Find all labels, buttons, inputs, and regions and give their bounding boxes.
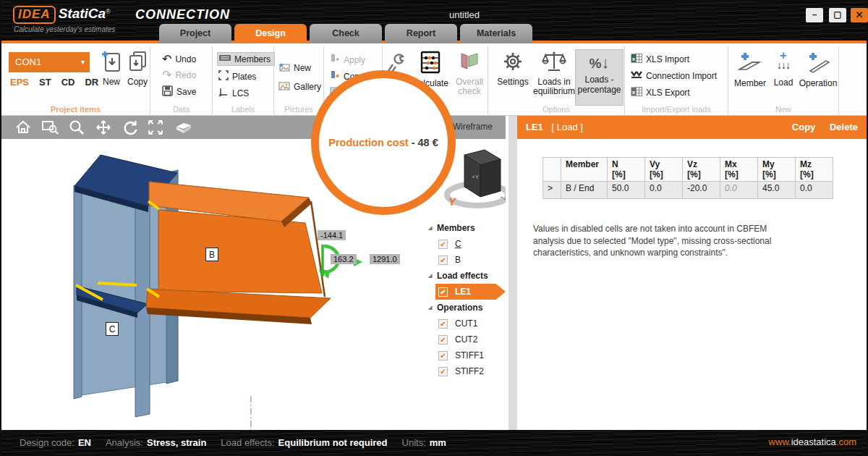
cell-mz[interactable]: 0.0 (796, 182, 833, 199)
expander-icon[interactable]: ◢ (427, 305, 437, 311)
settings-button[interactable]: Settings (494, 51, 532, 87)
maximize-button[interactable]: ▢ (829, 8, 846, 22)
new-load-button[interactable]: +↓↓↓ Load (769, 51, 798, 88)
mode-cd[interactable]: CD (61, 77, 75, 88)
group-label-labels: Labels (213, 105, 273, 114)
minimize-button[interactable]: – (806, 8, 823, 22)
new-member-button[interactable]: Member (731, 51, 769, 88)
pan-icon[interactable] (95, 119, 112, 135)
view-cube[interactable]: +Y Y (447, 150, 506, 208)
close-button[interactable]: ✕ (851, 8, 868, 22)
row-selector[interactable]: > (543, 182, 561, 199)
tab-design[interactable]: Design (234, 24, 307, 43)
tree-group-load-effects[interactable]: ◢ Load effects (427, 268, 506, 284)
xls-export-button[interactable]: x XLS Export (631, 87, 690, 98)
scales-icon (541, 64, 567, 75)
xls-import-icon: x (631, 54, 642, 65)
zoom-fit-icon[interactable] (146, 119, 163, 135)
tree-group-operations[interactable]: ◢ Operations (427, 300, 506, 316)
tab-check[interactable]: Check (310, 24, 382, 43)
wireframe-mode-label[interactable]: Wireframe (453, 122, 493, 132)
tree-item-stiff2[interactable]: ✔ STIFF2 (427, 363, 506, 379)
tree-item-b[interactable]: ✔ B (427, 252, 506, 268)
load-table-row: > B / End 50.0 0.0 -20.0 0.0 45.0 0.0 (543, 182, 833, 199)
load-value-vertical: -144.1 (318, 230, 346, 240)
checkbox-checked-icon[interactable]: ✔ (438, 240, 448, 249)
load-panel-header: LE1 [ Load ] Copy Delete (517, 116, 867, 139)
zoom-window-icon[interactable] (41, 119, 59, 135)
member-label-c[interactable]: C (106, 322, 119, 336)
labels-plates-toggle[interactable]: Plates (218, 70, 256, 83)
ribbon-group-project-items: CON1 ▾ EPS ST CD DR New Copy Pr (1, 46, 150, 116)
cell-my[interactable]: 45.0 (758, 182, 796, 199)
beam-web[interactable] (158, 210, 322, 293)
lcs-axes-icon (218, 87, 229, 99)
gallery-button[interactable]: Gallery (278, 81, 321, 93)
redo-button[interactable]: ↷Redo (162, 69, 196, 81)
expander-icon[interactable]: ◢ (427, 225, 437, 231)
picture-new-button[interactable]: New (278, 62, 311, 74)
tree-item-le1[interactable]: ✔ LE1 (427, 284, 506, 300)
status-units: Units:mm (402, 437, 446, 448)
labels-lcs-toggle[interactable]: LCS (218, 87, 249, 99)
zoom-icon[interactable] (68, 119, 85, 135)
header-member: Member (561, 158, 608, 182)
tab-materials[interactable]: Materials (460, 24, 532, 43)
apply-icon (330, 54, 340, 66)
panel-splitter[interactable] (509, 116, 517, 430)
tree-item-cut2[interactable]: ✔ CUT2 (427, 332, 506, 347)
checkbox-checked-icon[interactable]: ✔ (438, 351, 448, 360)
copy-load-button[interactable]: Copy (792, 122, 816, 132)
load-value-moment: 163.2 (331, 254, 357, 264)
group-label-options: Options (488, 105, 624, 114)
save-icon (162, 85, 173, 98)
cell-n[interactable]: 50.0 (608, 182, 645, 199)
cell-vz[interactable]: -20.0 (683, 182, 720, 199)
tree-item-c[interactable]: ✔ C (427, 236, 506, 252)
tab-project[interactable]: Project (159, 24, 231, 43)
apply-button[interactable]: Apply (330, 54, 365, 66)
connection-import-button[interactable]: Connection Import (631, 70, 717, 81)
load-effect-name: LE1 (526, 122, 543, 132)
project-item-select[interactable]: CON1 ▾ (9, 52, 90, 72)
tab-report[interactable]: Report (385, 24, 457, 43)
picture-new-icon (278, 62, 290, 74)
xls-import-button[interactable]: x XLS Import (631, 54, 689, 65)
app-name: CONNECTION (135, 7, 230, 22)
labels-members-toggle[interactable]: Members (217, 52, 275, 66)
main-tabs: Project Design Check Report Materials (159, 24, 532, 43)
ribbon-group-labels: Members Plates LCS Labels (213, 46, 274, 116)
undo-button[interactable]: ↶Undo (162, 54, 196, 65)
connection-import-icon (631, 70, 642, 81)
new-operation-button[interactable]: Operation (798, 51, 838, 88)
checkbox-checked-icon[interactable]: ✔ (438, 287, 448, 297)
checkbox-checked-icon[interactable]: ✔ (438, 319, 448, 329)
mode-eps[interactable]: EPS (10, 77, 29, 88)
load-value-axial: 1291.0 (370, 254, 400, 264)
home-view-icon[interactable] (14, 119, 32, 135)
production-cost-value: - 48 € (409, 137, 438, 148)
tree-item-cut1[interactable]: ✔ CUT1 (427, 316, 506, 332)
save-button[interactable]: Save (162, 85, 196, 98)
loads-in-equilibrium-button[interactable]: Loads inequilibrium (533, 51, 575, 96)
checkbox-checked-icon[interactable]: ✔ (438, 367, 448, 376)
delete-load-button[interactable]: Delete (830, 122, 858, 132)
group-label-new: New (728, 105, 838, 114)
checkbox-checked-icon[interactable]: ✔ (438, 256, 448, 265)
header-vz: Vz[%] (683, 158, 720, 182)
solid-view-icon[interactable] (174, 119, 191, 135)
tree-group-members[interactable]: ◢ Members (427, 220, 506, 236)
overall-check-button[interactable]: Overallcheck (452, 51, 487, 96)
percent-down-icon: %↓ (576, 54, 623, 72)
rotate-icon[interactable] (122, 119, 139, 135)
tree-item-stiff1[interactable]: ✔ STIFF1 (427, 347, 506, 363)
ideastatica-link[interactable]: www.ideastatica.com (769, 436, 856, 447)
loads-percentage-toggle[interactable]: %↓ Loads -percentage (575, 49, 624, 106)
load-table-header-row: Member N[%] Vy[%] Vz[%] Mx[%] My[%] Mz[%… (543, 158, 833, 182)
cell-vy[interactable]: 0.0 (645, 182, 683, 199)
member-label-b[interactable]: B (205, 248, 218, 261)
expander-icon[interactable]: ◢ (427, 273, 437, 279)
mode-st[interactable]: ST (39, 77, 51, 88)
header-vy: Vy[%] (645, 158, 683, 182)
checkbox-checked-icon[interactable]: ✔ (438, 335, 448, 345)
